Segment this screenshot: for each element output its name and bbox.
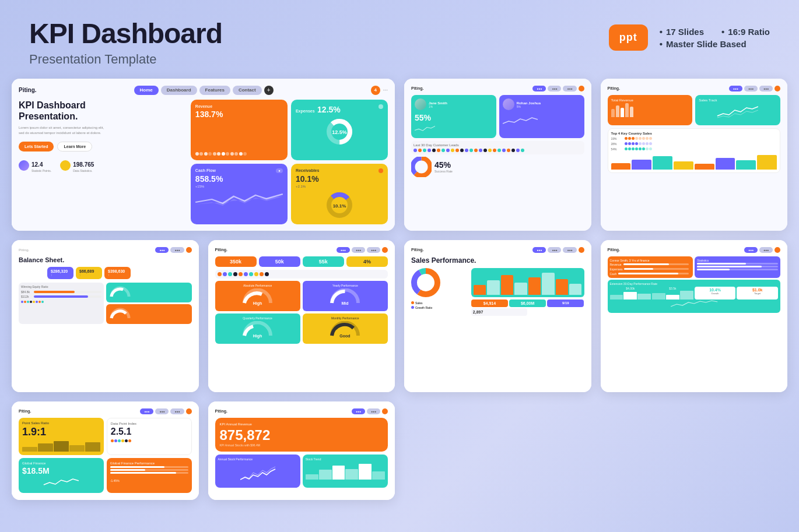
- svg-text:10.1%: 10.1%: [333, 203, 346, 209]
- more-icon: ···: [383, 87, 388, 93]
- dot-item: [521, 149, 524, 152]
- dtc1-r1-k: Revenue: [610, 263, 622, 266]
- stat1: 12.4 Statistic Points.: [19, 158, 51, 172]
- close-dot-5: [186, 247, 192, 253]
- pie-pct-val: 45%: [434, 160, 453, 170]
- spec-master: Master Slide Based: [660, 39, 747, 49]
- nav-contact: Contact: [233, 86, 262, 95]
- number-card: Data Point Index 2.5.1: [107, 418, 192, 455]
- dot-item: [483, 149, 487, 152]
- pm1: $4,914: [471, 300, 508, 307]
- ratio1-val: 1.9:1: [22, 426, 100, 438]
- d: [646, 137, 649, 140]
- bd: [228, 272, 232, 276]
- close-dot-3: [775, 86, 780, 91]
- dtc1-r3-k: Cash: [610, 272, 617, 276]
- spec-ratio: 16:9 Ratio: [721, 27, 770, 37]
- stat-4pct: 4%: [346, 256, 388, 267]
- dtc1-r1: Revenue: [610, 263, 691, 266]
- slide-1: Piting. Home Dashboard Features Contact …: [12, 79, 395, 231]
- bal-gauge1: [106, 283, 191, 302]
- kpi-recv-dot: [379, 168, 383, 173]
- pm2-val: $6,00M: [511, 301, 544, 305]
- user2-chart: [503, 113, 538, 125]
- user-cards: Jane Smith 1% 55% Rohan Joshua: [411, 95, 584, 138]
- perf-legend: Sales Growth Ratio: [411, 301, 468, 309]
- nd: [121, 439, 124, 442]
- wer-row2: $112k: [21, 295, 101, 298]
- ltb: [319, 470, 332, 480]
- ratio-card-1: Point Sales Ratio 1.9:1: [19, 418, 104, 455]
- ext-label: Extension 30-Day Performance Rate: [610, 282, 779, 286]
- stat-50k: 50k: [259, 256, 300, 267]
- dot-item: [474, 149, 478, 152]
- kpi-cashflow: Cash Flow ● 858.5% +15%: [191, 164, 288, 224]
- bal-left-label: Winning Equity Ratio: [21, 285, 101, 288]
- pie-percent: 45% Success Rate: [434, 160, 453, 173]
- slide-3-inner: Piting. ●●● ●●● ●●● Total Revenue: [601, 79, 788, 231]
- perf-card2: Global Finance Performance: [107, 458, 192, 493]
- btn-started[interactable]: Lets Started: [19, 142, 54, 152]
- slide2-header: Piting. ●●● ●●● ●●●: [411, 86, 584, 91]
- pm2: $6,00M: [509, 300, 546, 307]
- cbar: [716, 158, 735, 170]
- pill7-active: ●●●: [140, 408, 153, 414]
- user2-row: Rohan Joshua 5%: [503, 98, 581, 112]
- dm: [36, 301, 38, 303]
- slide5-logo: Piting.: [19, 248, 29, 252]
- wer-label: $84.8k: [21, 290, 33, 294]
- kpi-expenses-top: Expenses 12.5%: [296, 104, 383, 115]
- dot-item: [432, 149, 436, 152]
- pl1: Sales: [411, 301, 468, 305]
- d: [639, 147, 642, 150]
- btn-learn[interactable]: Learn More: [57, 142, 92, 152]
- lc-purple: Annual Stock Performance: [215, 455, 300, 488]
- dm: [41, 301, 44, 303]
- bubble: [239, 152, 243, 156]
- nd: [111, 439, 114, 442]
- d: [628, 147, 631, 150]
- close-dot-6: [382, 247, 388, 253]
- dtc1-bar2: [624, 268, 689, 270]
- eb2: [680, 291, 693, 299]
- pill5-1: ●●●: [170, 247, 184, 253]
- pill-active3: ●●●: [729, 86, 742, 91]
- amount-card: Global Finance $18.5M: [19, 458, 104, 493]
- pbc: [542, 273, 554, 295]
- pbc: [556, 279, 568, 295]
- pill5-active: ●●●: [155, 247, 169, 253]
- wer-fill: [34, 291, 75, 293]
- dot-item: [418, 149, 422, 152]
- slide1-logo: Piting.: [19, 87, 37, 93]
- slideSP-header: Piting. ●●● ●●● ●●●: [411, 247, 584, 253]
- close-dot-8: [382, 408, 388, 414]
- slide1-icons: 4 ···: [371, 86, 388, 95]
- dtc1-bar1: [623, 263, 689, 265]
- big-num-sub: KPI Annual Stocks with $96.4M: [220, 443, 384, 447]
- big-num-card: KPI Annual Revenue 875,872 KPI Annual St…: [215, 418, 388, 452]
- gauge-t-label: Quarterly Performance: [218, 316, 297, 320]
- user-card-2: Rohan Joshua 5%: [499, 95, 584, 138]
- pbc: [528, 277, 541, 294]
- bar-item: [625, 103, 629, 117]
- bal-left: Winning Equity Ratio $84.8k $112k: [19, 283, 104, 324]
- bc-3: $66,689 ↑: [76, 267, 102, 279]
- p2b-f2: [110, 469, 145, 471]
- dtc1-label: Connor Smith, 3 Yrs of finance: [610, 259, 691, 262]
- lc-teal: Stock Trend: [303, 455, 388, 488]
- pm3-val: 9/19: [549, 301, 582, 305]
- lc-t-label: Stock Trend: [306, 457, 385, 461]
- perf-pie-svg: [411, 268, 440, 297]
- gauge-yellow: Monthly Performance Good: [303, 313, 388, 344]
- d: [639, 142, 642, 145]
- bc-2: $286,320 ↑: [47, 267, 73, 279]
- dots-chart-container: Last 30 Day Customer Leads: [411, 141, 584, 154]
- kpi-expenses-value: 12.5%: [317, 105, 341, 114]
- pl2-dot: [411, 306, 414, 309]
- wer-row1: $84.8k: [21, 290, 101, 294]
- num-dots: [111, 439, 188, 442]
- kpi-expenses-chart: 12.5%: [296, 117, 383, 146]
- eg3-v: 10.4%: [696, 288, 735, 292]
- header-right: ppt 17 Slides 16:9 Ratio Master Slide Ba…: [609, 24, 770, 51]
- slide7-header: Piting. ●●● ●●● ●●●: [19, 408, 192, 414]
